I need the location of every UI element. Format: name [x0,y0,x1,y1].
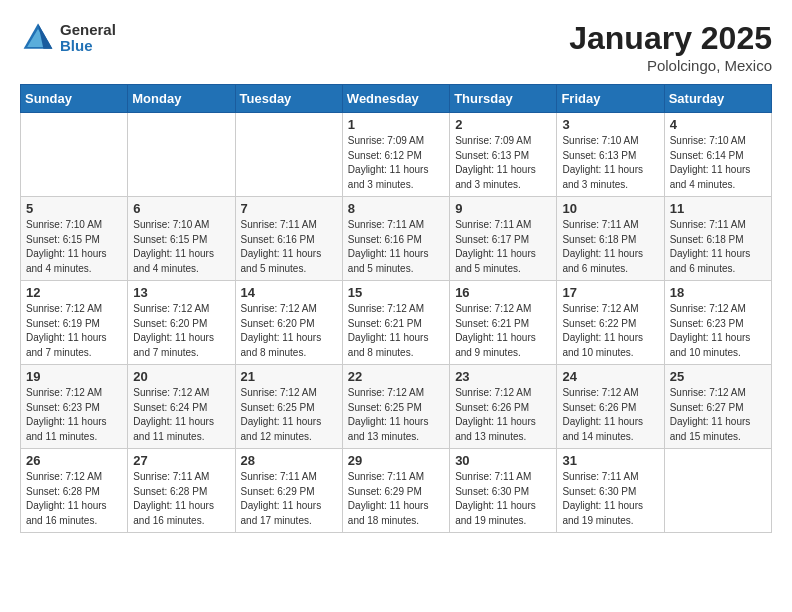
calendar-header-row: SundayMondayTuesdayWednesdayThursdayFrid… [21,85,772,113]
day-number: 22 [348,369,444,384]
day-info: Sunrise: 7:11 AMSunset: 6:29 PMDaylight:… [241,470,337,528]
calendar-cell: 24Sunrise: 7:12 AMSunset: 6:26 PMDayligh… [557,365,664,449]
calendar-cell: 2Sunrise: 7:09 AMSunset: 6:13 PMDaylight… [450,113,557,197]
calendar-cell: 14Sunrise: 7:12 AMSunset: 6:20 PMDayligh… [235,281,342,365]
calendar-cell: 18Sunrise: 7:12 AMSunset: 6:23 PMDayligh… [664,281,771,365]
day-info: Sunrise: 7:09 AMSunset: 6:12 PMDaylight:… [348,134,444,192]
calendar-cell: 9Sunrise: 7:11 AMSunset: 6:17 PMDaylight… [450,197,557,281]
day-number: 7 [241,201,337,216]
day-number: 21 [241,369,337,384]
day-info: Sunrise: 7:12 AMSunset: 6:20 PMDaylight:… [133,302,229,360]
calendar-cell: 17Sunrise: 7:12 AMSunset: 6:22 PMDayligh… [557,281,664,365]
day-number: 25 [670,369,766,384]
location: Pololcingo, Mexico [569,57,772,74]
calendar-table: SundayMondayTuesdayWednesdayThursdayFrid… [20,84,772,533]
day-info: Sunrise: 7:11 AMSunset: 6:30 PMDaylight:… [562,470,658,528]
calendar-cell: 6Sunrise: 7:10 AMSunset: 6:15 PMDaylight… [128,197,235,281]
day-number: 8 [348,201,444,216]
day-info: Sunrise: 7:10 AMSunset: 6:15 PMDaylight:… [133,218,229,276]
calendar-weekday-header: Friday [557,85,664,113]
logo-general: General [60,22,116,39]
day-info: Sunrise: 7:11 AMSunset: 6:28 PMDaylight:… [133,470,229,528]
calendar-cell: 26Sunrise: 7:12 AMSunset: 6:28 PMDayligh… [21,449,128,533]
calendar-cell [21,113,128,197]
day-number: 12 [26,285,122,300]
day-info: Sunrise: 7:09 AMSunset: 6:13 PMDaylight:… [455,134,551,192]
day-number: 15 [348,285,444,300]
calendar-week-row: 19Sunrise: 7:12 AMSunset: 6:23 PMDayligh… [21,365,772,449]
day-info: Sunrise: 7:12 AMSunset: 6:26 PMDaylight:… [455,386,551,444]
calendar-week-row: 1Sunrise: 7:09 AMSunset: 6:12 PMDaylight… [21,113,772,197]
calendar-weekday-header: Sunday [21,85,128,113]
day-number: 17 [562,285,658,300]
day-info: Sunrise: 7:11 AMSunset: 6:16 PMDaylight:… [241,218,337,276]
calendar-cell [664,449,771,533]
day-number: 28 [241,453,337,468]
logo-icon [20,20,56,56]
calendar-cell: 21Sunrise: 7:12 AMSunset: 6:25 PMDayligh… [235,365,342,449]
day-number: 2 [455,117,551,132]
day-number: 29 [348,453,444,468]
calendar-cell: 20Sunrise: 7:12 AMSunset: 6:24 PMDayligh… [128,365,235,449]
day-info: Sunrise: 7:11 AMSunset: 6:18 PMDaylight:… [670,218,766,276]
logo: General Blue [20,20,116,56]
day-number: 18 [670,285,766,300]
calendar-weekday-header: Saturday [664,85,771,113]
day-number: 11 [670,201,766,216]
day-number: 19 [26,369,122,384]
calendar-cell: 1Sunrise: 7:09 AMSunset: 6:12 PMDaylight… [342,113,449,197]
day-info: Sunrise: 7:12 AMSunset: 6:27 PMDaylight:… [670,386,766,444]
day-number: 5 [26,201,122,216]
calendar-cell: 31Sunrise: 7:11 AMSunset: 6:30 PMDayligh… [557,449,664,533]
calendar-cell: 25Sunrise: 7:12 AMSunset: 6:27 PMDayligh… [664,365,771,449]
day-info: Sunrise: 7:12 AMSunset: 6:23 PMDaylight:… [26,386,122,444]
calendar-cell: 5Sunrise: 7:10 AMSunset: 6:15 PMDaylight… [21,197,128,281]
day-number: 27 [133,453,229,468]
calendar-cell [128,113,235,197]
day-info: Sunrise: 7:12 AMSunset: 6:19 PMDaylight:… [26,302,122,360]
calendar-week-row: 26Sunrise: 7:12 AMSunset: 6:28 PMDayligh… [21,449,772,533]
calendar-cell: 12Sunrise: 7:12 AMSunset: 6:19 PMDayligh… [21,281,128,365]
page-header: General Blue January 2025 Pololcingo, Me… [20,20,772,74]
day-info: Sunrise: 7:12 AMSunset: 6:22 PMDaylight:… [562,302,658,360]
day-number: 30 [455,453,551,468]
calendar-cell: 11Sunrise: 7:11 AMSunset: 6:18 PMDayligh… [664,197,771,281]
day-number: 13 [133,285,229,300]
day-number: 1 [348,117,444,132]
day-number: 26 [26,453,122,468]
day-info: Sunrise: 7:12 AMSunset: 6:26 PMDaylight:… [562,386,658,444]
logo-blue: Blue [60,38,116,55]
day-info: Sunrise: 7:12 AMSunset: 6:28 PMDaylight:… [26,470,122,528]
day-info: Sunrise: 7:12 AMSunset: 6:25 PMDaylight:… [348,386,444,444]
calendar-week-row: 5Sunrise: 7:10 AMSunset: 6:15 PMDaylight… [21,197,772,281]
calendar-weekday-header: Wednesday [342,85,449,113]
day-number: 20 [133,369,229,384]
calendar-cell: 4Sunrise: 7:10 AMSunset: 6:14 PMDaylight… [664,113,771,197]
day-number: 10 [562,201,658,216]
calendar-cell: 27Sunrise: 7:11 AMSunset: 6:28 PMDayligh… [128,449,235,533]
calendar-cell: 10Sunrise: 7:11 AMSunset: 6:18 PMDayligh… [557,197,664,281]
day-info: Sunrise: 7:12 AMSunset: 6:24 PMDaylight:… [133,386,229,444]
day-info: Sunrise: 7:10 AMSunset: 6:13 PMDaylight:… [562,134,658,192]
day-info: Sunrise: 7:11 AMSunset: 6:30 PMDaylight:… [455,470,551,528]
day-number: 16 [455,285,551,300]
calendar-weekday-header: Thursday [450,85,557,113]
calendar-cell: 30Sunrise: 7:11 AMSunset: 6:30 PMDayligh… [450,449,557,533]
day-number: 14 [241,285,337,300]
day-info: Sunrise: 7:10 AMSunset: 6:14 PMDaylight:… [670,134,766,192]
calendar-cell: 15Sunrise: 7:12 AMSunset: 6:21 PMDayligh… [342,281,449,365]
calendar-cell: 19Sunrise: 7:12 AMSunset: 6:23 PMDayligh… [21,365,128,449]
day-number: 4 [670,117,766,132]
day-number: 23 [455,369,551,384]
calendar-weekday-header: Tuesday [235,85,342,113]
day-info: Sunrise: 7:11 AMSunset: 6:29 PMDaylight:… [348,470,444,528]
calendar-week-row: 12Sunrise: 7:12 AMSunset: 6:19 PMDayligh… [21,281,772,365]
calendar-weekday-header: Monday [128,85,235,113]
calendar-cell [235,113,342,197]
day-number: 24 [562,369,658,384]
day-info: Sunrise: 7:11 AMSunset: 6:16 PMDaylight:… [348,218,444,276]
title-block: January 2025 Pololcingo, Mexico [569,20,772,74]
day-number: 6 [133,201,229,216]
day-info: Sunrise: 7:12 AMSunset: 6:21 PMDaylight:… [348,302,444,360]
day-info: Sunrise: 7:11 AMSunset: 6:18 PMDaylight:… [562,218,658,276]
